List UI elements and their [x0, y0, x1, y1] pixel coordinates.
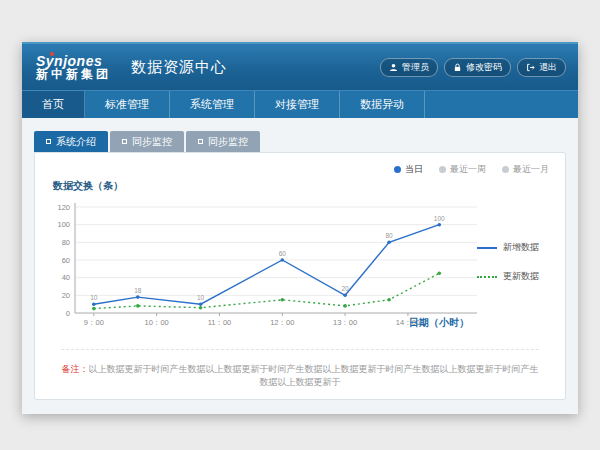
nav-item-4[interactable]: 对接管理 [255, 91, 340, 118]
line-sample-icon [477, 247, 497, 249]
footnote: 备注：以上数据更新于时间产生数据以上数据更新于时间产生数据以上数据更新于时间产生… [61, 349, 539, 389]
main-nav: 首页标准管理系统管理对接管理数据异动 [22, 90, 578, 118]
series-legend-item-1: 新增数据 [477, 241, 559, 254]
series-name: 更新数据 [503, 270, 539, 283]
header-button-lock[interactable]: 修改密码 [444, 58, 511, 77]
period-legend: 当日最近一周最近一月 [394, 163, 549, 176]
app-window: Synjones 新中新集团 数据资源中心 管理员修改密码退出 首页标准管理系统… [22, 42, 578, 414]
svg-text:18: 18 [134, 287, 142, 294]
nav-item-2[interactable]: 标准管理 [85, 91, 170, 118]
svg-text:100: 100 [434, 215, 445, 222]
series-legend-item-2: 更新数据 [477, 270, 559, 283]
svg-text:11：00: 11：00 [208, 318, 232, 327]
brand-dot-icon [50, 52, 54, 56]
series-legend: 新增数据更新数据 [477, 241, 559, 299]
header-button-logout[interactable]: 退出 [517, 58, 566, 77]
svg-text:100: 100 [57, 220, 70, 229]
svg-text:20: 20 [341, 285, 349, 292]
svg-text:80: 80 [385, 232, 393, 239]
svg-text:10: 10 [90, 294, 98, 301]
tab-3[interactable]: 同步监控 [186, 131, 260, 152]
svg-text:60: 60 [62, 256, 70, 265]
nav-item-5[interactable]: 数据异动 [340, 91, 425, 118]
period-option-3[interactable]: 最近一月 [502, 163, 549, 176]
logout-icon [526, 63, 535, 72]
page-title: 数据资源中心 [131, 58, 227, 77]
header-button-label: 管理员 [402, 61, 429, 74]
series-name: 新增数据 [503, 241, 539, 254]
svg-text:20: 20 [62, 291, 70, 300]
tab-1[interactable]: 系统介绍 [34, 131, 108, 152]
tab-square-icon [198, 139, 203, 144]
svg-text:0: 0 [66, 309, 70, 318]
tab-2[interactable]: 同步监控 [110, 131, 184, 152]
legend-dot-icon [439, 166, 446, 173]
svg-text:10：00: 10：00 [145, 318, 169, 327]
header-button-label: 退出 [539, 61, 557, 74]
svg-text:120: 120 [57, 203, 70, 212]
period-option-2[interactable]: 最近一周 [439, 163, 486, 176]
header-button-user[interactable]: 管理员 [380, 58, 438, 77]
top-header: Synjones 新中新集团 数据资源中心 管理员修改密码退出 [22, 42, 578, 90]
svg-text:80: 80 [62, 238, 70, 247]
svg-text:40: 40 [62, 273, 70, 282]
svg-text:13：00: 13：00 [333, 318, 357, 327]
brand-logo: Synjones 新中新集团 [36, 54, 111, 81]
svg-text:60: 60 [279, 250, 287, 257]
chart-panel: 当日最近一周最近一月 数据交换（条） 0204060801001209：0010… [34, 152, 566, 400]
period-option-label: 最近一月 [513, 163, 549, 176]
tab-bar: 系统介绍同步监控同步监控 [34, 131, 260, 152]
footnote-text: 以上数据更新于时间产生数据以上数据更新于时间产生数据以上数据更新于时间产生数据以… [89, 364, 539, 387]
legend-dot-icon [502, 166, 509, 173]
svg-text:10: 10 [197, 294, 205, 301]
tab-square-icon [46, 139, 51, 144]
nav-item-1[interactable]: 首页 [22, 91, 85, 118]
y-axis-title: 数据交换（条） [53, 179, 123, 193]
tab-label: 同步监控 [132, 135, 172, 149]
header-actions: 管理员修改密码退出 [380, 58, 566, 77]
tab-label: 同步监控 [208, 135, 248, 149]
tab-square-icon [122, 139, 127, 144]
period-option-label: 最近一周 [450, 163, 486, 176]
svg-text:12：00: 12：00 [270, 318, 294, 327]
legend-dot-icon [394, 166, 401, 173]
brand-logo-text: Synjones [36, 54, 111, 68]
period-option-label: 当日 [405, 163, 423, 176]
x-axis-title: 日期（小时） [409, 316, 469, 330]
content-area: 系统介绍同步监控同步监控 当日最近一周最近一月 数据交换（条） 02040608… [22, 118, 578, 414]
footnote-label: 备注： [62, 364, 89, 374]
header-button-label: 修改密码 [466, 61, 502, 74]
line-sample-icon [477, 276, 497, 278]
svg-text:9：00: 9：00 [84, 318, 104, 327]
tab-label: 系统介绍 [56, 135, 96, 149]
nav-item-3[interactable]: 系统管理 [170, 91, 255, 118]
lock-icon [453, 63, 462, 72]
period-option-1[interactable]: 当日 [394, 163, 423, 176]
user-icon [389, 63, 398, 72]
brand-logo-subtext: 新中新集团 [36, 68, 111, 81]
